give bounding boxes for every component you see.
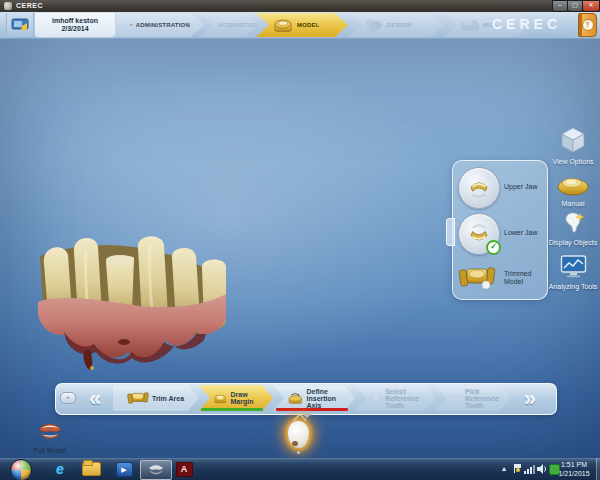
phase-label: ACQUISITION [218,22,260,28]
gold-model-icon [557,174,589,196]
minimize-icon: – [553,1,567,10]
patient-name: imhoff keston [52,17,98,25]
trimmed-model-icon [458,262,496,292]
cerec-app-icon [147,463,165,477]
taskbar-media-player[interactable]: ▶ [112,460,136,478]
phase-label: DESIGN [387,22,411,28]
define-insertion-axis-icon [287,390,304,407]
show-desktop-button[interactable] [596,458,600,480]
model-stump-icon [272,16,294,34]
close-icon: ✕ [583,1,599,10]
upper-jaw-label[interactable]: Upper Jaw [504,183,537,191]
analyzing-tools-label: Analyzing Tools [545,283,600,291]
patient-date: 2/3/2014 [61,25,88,33]
minimize-button[interactable]: – [552,0,568,12]
phase-tab-model[interactable]: MODEL [256,13,348,37]
cerec-brand-logo: CEREC [492,16,572,32]
lower-jaw-scan-model[interactable] [28,222,238,372]
collapse-toolbar-button[interactable]: « [60,392,76,404]
start-screen-icon [11,18,29,32]
phase-tab-administration[interactable]: ADMINISTRATION [114,13,204,37]
full-model-button[interactable]: Full Model [22,421,78,455]
clock-time: 1:51 PM [552,460,596,469]
step-label: Trim Area [152,395,184,402]
taskbar-adobe-reader[interactable]: A [172,460,196,478]
step-trim-area[interactable]: Trim Area [113,385,199,411]
view-options-label: View Options [545,158,600,166]
start-button[interactable] [10,459,32,480]
cerec-application-window: CEREC – ▢ ✕ imhoff keston 2/3/2014 ADMIN… [0,0,600,480]
clock-date: 1/21/2015 [552,469,596,478]
milling-unit-icon [460,17,480,33]
denture-icon [130,16,133,34]
phase-tab-design: DESIGN [348,13,444,37]
trim-area-icon [127,389,149,407]
taskbar-cerec-active[interactable] [140,460,172,480]
taskbar-explorer[interactable] [78,460,104,478]
cube-3d-icon [560,126,586,154]
help-book-icon: ? [582,19,594,31]
step-label: Pick Reference Tooth [465,388,499,409]
maximize-button[interactable]: ▢ [567,0,583,12]
manual-button[interactable]: Manual [545,174,600,208]
monitor-chart-icon [560,254,587,279]
step-pick-reference-tooth: Pick Reference Tooth [435,385,511,411]
lower-jaw-button[interactable]: ✓ [458,213,500,255]
step-label: Select Reference Tooth [385,388,423,409]
maximize-icon: ▢ [568,1,582,10]
step-select-reference-tooth: Select Reference Tooth [355,385,435,411]
adobe-reader-icon: A [176,462,193,477]
explorer-folder-icon [82,462,101,476]
view-options-button[interactable]: View Options [545,126,600,166]
display-objects-label: Display Objects [545,239,600,247]
pick-reference-tooth-icon [449,391,462,406]
analyzing-tools-button[interactable]: Analyzing Tools [545,254,600,291]
window-title: CEREC [16,2,43,9]
media-player-icon: ▶ [116,462,133,477]
manual-label: Manual [545,200,600,208]
step-label: Define Insertion Axis [307,388,343,409]
draw-margin-status-underline [201,408,263,411]
lower-jaw-check-icon: ✓ [486,240,501,255]
trimmed-model-button[interactable] [458,262,496,296]
taskbar-internet-explorer[interactable]: e [48,460,72,478]
step-label: Draw Margin [231,391,261,405]
app-window-icon [4,2,12,10]
full-model-label: Full Model [22,447,78,455]
tooth-spot [292,441,298,446]
steps-forward-button[interactable]: » [513,384,547,412]
steps-back-button[interactable]: « [78,384,112,412]
volume-icon[interactable] [537,464,548,474]
tooth-sparkle-icon [560,208,586,235]
lower-jaw-label[interactable]: Lower Jaw [504,229,537,237]
window-titlebar: CEREC [0,0,600,12]
draw-margin-icon [213,390,228,407]
panel-collapse-handle[interactable] [446,218,455,246]
define-insertion-axis-status-underline [276,408,348,411]
internet-explorer-icon: e [56,461,64,477]
upper-jaw-icon [463,172,495,204]
trimmed-model-label[interactable]: Trimmed Model [504,270,544,286]
home-tab[interactable] [6,13,34,38]
display-objects-button[interactable]: Display Objects [545,208,600,247]
open-jaw-icon [36,421,64,443]
hidden-icons-button[interactable]: ▴ [502,464,506,474]
help-button[interactable]: ? [578,13,597,37]
upper-jaw-button[interactable] [458,167,500,209]
close-button[interactable]: ✕ [582,0,600,12]
taskbar-clock[interactable]: 1:51 PM 1/21/2015 [552,460,596,478]
action-center-flag-icon [514,464,515,473]
select-reference-tooth-icon [369,390,382,406]
crown-design-icon [364,17,384,33]
network-icon[interactable] [524,464,535,474]
phase-label: MODEL [297,22,320,28]
patient-tab[interactable]: imhoff keston 2/3/2014 [34,13,116,38]
phase-label: ADMINISTRATION [136,22,190,28]
tooth-dot [297,451,300,454]
action-center-button[interactable] [514,464,515,473]
